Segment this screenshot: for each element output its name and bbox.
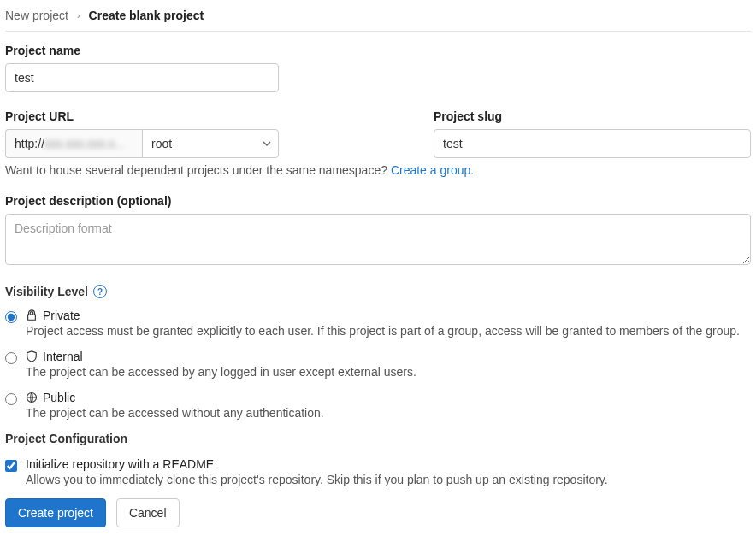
visibility-private-desc: Project access must be granted explicitl…	[26, 324, 751, 338]
visibility-internal-title: Internal	[43, 350, 83, 363]
description-block: Project description (optional)	[5, 194, 751, 268]
readme-checkbox-row[interactable]: Initialize repository with a README Allo…	[5, 457, 751, 486]
visibility-radio-internal[interactable]	[5, 352, 17, 364]
visibility-public-desc: The project can be accessed without any …	[26, 406, 751, 420]
project-name-label: Project name	[5, 44, 751, 57]
shield-icon	[26, 350, 38, 362]
help-icon[interactable]: ?	[93, 285, 107, 298]
visibility-option-public[interactable]: Public The project can be accessed witho…	[5, 391, 751, 420]
url-host-masked: xxx.xxx.xxx.x...	[44, 137, 124, 150]
project-url-prefix: http://xxx.xxx.xxx.x...	[5, 129, 142, 158]
project-slug-input[interactable]	[434, 129, 751, 158]
breadcrumb-parent[interactable]: New project	[5, 9, 68, 22]
create-group-link[interactable]: Create a group.	[391, 163, 474, 177]
url-scheme: http://	[15, 137, 44, 150]
description-label: Project description (optional)	[5, 194, 751, 208]
readme-label: Initialize repository with a README	[26, 457, 214, 471]
project-slug-label: Project slug	[434, 109, 751, 123]
visibility-heading-text: Visibility Level	[5, 285, 88, 298]
namespace-selected: root	[151, 137, 172, 150]
project-url-label: Project URL	[5, 109, 322, 123]
cancel-button[interactable]: Cancel	[116, 498, 180, 527]
breadcrumb: New project › Create blank project	[5, 5, 751, 32]
visibility-option-private[interactable]: Private Project access must be granted e…	[5, 309, 751, 338]
globe-icon	[26, 392, 38, 403]
visibility-option-internal[interactable]: Internal The project can be accessed by …	[5, 350, 751, 379]
lock-icon	[26, 309, 38, 321]
form-actions: Create project Cancel	[5, 498, 751, 527]
project-slug-block: Project slug	[434, 109, 751, 158]
project-url-block: Project URL http://xxx.xxx.xxx.x... root	[5, 109, 322, 158]
visibility-internal-desc: The project can be accessed by any logge…	[26, 365, 751, 379]
visibility-private-title: Private	[43, 309, 80, 322]
visibility-radio-private[interactable]	[5, 311, 17, 323]
create-project-button[interactable]: Create project	[5, 498, 106, 527]
chevron-down-icon	[263, 137, 271, 150]
breadcrumb-current: Create blank project	[89, 9, 204, 22]
project-config-heading: Project Configuration	[5, 432, 751, 445]
visibility-heading: Visibility Level ?	[5, 285, 751, 298]
readme-desc: Allows you to immediately clone this pro…	[26, 473, 751, 486]
project-name-input[interactable]	[5, 63, 279, 92]
namespace-hint: Want to house several dependent projects…	[5, 163, 751, 177]
visibility-public-title: Public	[43, 391, 75, 404]
namespace-hint-text: Want to house several dependent projects…	[5, 163, 391, 177]
chevron-right-icon: ›	[77, 10, 80, 21]
namespace-select[interactable]: root	[142, 129, 279, 158]
project-name-block: Project name	[5, 44, 751, 92]
visibility-radio-public[interactable]	[5, 393, 17, 405]
description-textarea[interactable]	[5, 214, 751, 265]
readme-checkbox[interactable]	[5, 460, 17, 472]
